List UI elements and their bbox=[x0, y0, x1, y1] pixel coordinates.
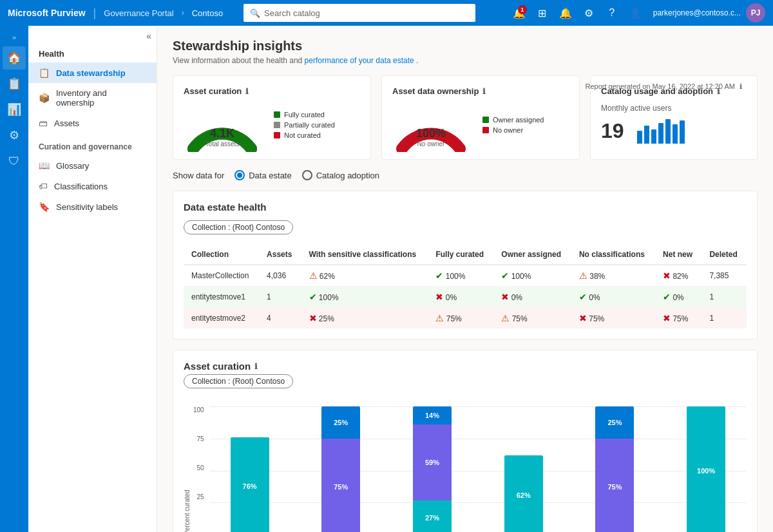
cell-net-new-0: ✖ 82% bbox=[655, 265, 701, 287]
subtitle-text: View information about the health and bbox=[173, 56, 302, 65]
subtitle-end: . bbox=[416, 56, 418, 65]
collection-filter-badge[interactable]: Collection : (Root) Contoso bbox=[184, 220, 293, 234]
alerts-button[interactable]: 🔔 bbox=[555, 3, 576, 23]
sidebar-item-classifications[interactable]: 🏷 Classifications bbox=[28, 176, 157, 196]
sidebar-item-sensitivity[interactable]: 🔖 Sensitivity labels bbox=[28, 196, 157, 217]
sidebar-item-glossary[interactable]: 📖 Glossary bbox=[28, 155, 157, 176]
monthly-active-users-label: Monthly active users bbox=[601, 104, 747, 113]
asset-curation-info-icon[interactable]: ℹ bbox=[245, 87, 249, 96]
sidebar-item-inventory[interactable]: 📦 Inventory and ownership bbox=[28, 83, 157, 113]
y-label-75: 75 bbox=[193, 435, 204, 442]
page-subtitle: View information about the health and pe… bbox=[173, 56, 758, 65]
radio-inner-data-estate bbox=[237, 173, 242, 178]
help-button[interactable]: ? bbox=[602, 3, 622, 23]
rail-icon-policy[interactable]: 🛡 bbox=[3, 149, 26, 173]
ownership-donut-container: 100% No owner Owner assigned No owner bbox=[392, 104, 569, 149]
bar-group-0: 76% bbox=[209, 437, 291, 532]
rail-icon-management[interactable]: ⚙ bbox=[3, 124, 26, 147]
sidebar-collapse-button[interactable]: « bbox=[146, 31, 151, 41]
sidebar-item-classifications-label: Classifications bbox=[54, 182, 108, 191]
legend-dot-not-curated bbox=[274, 132, 280, 138]
bar-segment-4-1: 75% bbox=[595, 439, 634, 532]
asset-ownership-card: Asset data ownership ℹ 100% No owner bbox=[381, 75, 580, 160]
cell-no-class-0: ⚠ 38% bbox=[571, 265, 655, 287]
top-navigation: Microsoft Purview | Governance Portal › … bbox=[0, 0, 773, 26]
cell-net-new-2: ✖ 75% bbox=[655, 308, 701, 329]
bar-segment-3-0: 62% bbox=[504, 455, 543, 532]
mini-bar-6 bbox=[673, 124, 678, 144]
status-icon-bad: ✖ bbox=[501, 292, 509, 302]
legend-owner-assigned-label: Owner assigned bbox=[493, 116, 544, 124]
legend-partially-curated: Partially curated bbox=[274, 121, 335, 129]
report-info-icon: ℹ bbox=[740, 82, 742, 90]
status-icon-warn: ⚠ bbox=[435, 313, 444, 323]
cell-deleted-0: 7,385 bbox=[701, 265, 747, 287]
cell-net-new-1: ✔ 0% bbox=[655, 287, 701, 308]
ownership-legend: Owner assigned No owner bbox=[482, 116, 544, 137]
cell-collection-0: MasterCollection bbox=[184, 265, 259, 287]
status-icon-bad: ✖ bbox=[663, 271, 671, 281]
glossary-icon: 📖 bbox=[39, 160, 50, 171]
mini-bar-1 bbox=[637, 131, 642, 144]
bar-segment-1-1: 75% bbox=[321, 439, 360, 532]
apps-icon: ⊞ bbox=[538, 7, 546, 19]
legend-no-owner-label: No owner bbox=[493, 126, 523, 134]
radio-data-estate[interactable]: Data estate bbox=[234, 170, 292, 180]
search-bar[interactable]: 🔍 Search catalog bbox=[243, 4, 475, 22]
legend-not-curated-label: Not curated bbox=[284, 131, 321, 139]
mau-bar-chart bbox=[637, 118, 685, 144]
user-menu-button[interactable]: 👤 bbox=[625, 3, 645, 23]
ownership-sub-label: No owner bbox=[416, 140, 446, 147]
brand-logo[interactable]: Microsoft Purview bbox=[8, 8, 86, 18]
apps-button[interactable]: ⊞ bbox=[532, 3, 553, 23]
sidebar-item-assets[interactable]: 🗃 Assets bbox=[28, 113, 157, 133]
alert-icon: 🔔 bbox=[559, 7, 572, 19]
sidebar-curation-label: Curation and governance bbox=[28, 133, 157, 155]
cell-deleted-1: 1 bbox=[701, 287, 747, 308]
rail-icon-home[interactable]: 🏠 bbox=[3, 46, 26, 70]
col-header-deleted: Deleted bbox=[701, 245, 747, 265]
cell-assets-2: 4 bbox=[259, 308, 301, 329]
col-header-no-classifications: No classifications bbox=[571, 245, 655, 265]
rail-expand-button[interactable]: » bbox=[10, 31, 19, 44]
chart-collection-filter-badge[interactable]: Collection : (Root) Contoso bbox=[184, 374, 293, 388]
page-title: Stewardship insights bbox=[173, 39, 758, 53]
toggle-label: Show data for bbox=[173, 171, 224, 180]
rail-icon-catalog[interactable]: 📋 bbox=[3, 72, 26, 95]
page-title-area: Stewardship insights View information ab… bbox=[173, 39, 758, 65]
cell-owner-assigned-1: ✖ 0% bbox=[493, 287, 571, 308]
asset-curation-chart-info-icon[interactable]: ℹ bbox=[254, 362, 258, 371]
cell-sensitive-1: ✔ 100% bbox=[301, 287, 428, 308]
subtitle-link[interactable]: performance of your data estate bbox=[305, 56, 414, 65]
cell-fully-curated-0: ✔ 100% bbox=[428, 265, 493, 287]
status-icon-warn: ⚠ bbox=[579, 271, 587, 281]
bar-group-4: 75%25% bbox=[575, 406, 656, 532]
sidebar-collapse-area: « bbox=[28, 26, 157, 41]
data-estate-health-panel: Data estate health Collection : (Root) C… bbox=[173, 191, 758, 339]
bar-segment-5-0: 100% bbox=[687, 406, 725, 532]
sidebar-item-data-stewardship[interactable]: 📋 Data stewardship bbox=[28, 62, 157, 83]
bar-group-5: 100% bbox=[665, 406, 747, 532]
cell-no-class-1: ✔ 0% bbox=[571, 287, 655, 308]
asset-curation-total-label: Total assets bbox=[205, 140, 240, 147]
y-axis-labels: 100 75 50 25 bbox=[193, 406, 209, 532]
col-header-assets: Assets bbox=[259, 245, 301, 265]
settings-button[interactable]: ⚙ bbox=[578, 3, 599, 23]
radio-catalog-adoption[interactable]: Catalog adoption bbox=[302, 170, 379, 180]
nav-icons: 🔔 1 ⊞ 🔔 ⚙ ? 👤 parkerjones@contoso.c... P… bbox=[509, 3, 765, 23]
gear-icon: ⚙ bbox=[584, 7, 593, 19]
user-section[interactable]: parkerjones@contoso.c... PJ bbox=[653, 3, 765, 23]
status-icon-good: ✔ bbox=[435, 271, 443, 281]
user-avatar[interactable]: PJ bbox=[746, 3, 765, 23]
notification-button[interactable]: 🔔 1 bbox=[509, 3, 530, 23]
y-label-25: 25 bbox=[193, 493, 204, 500]
rail-icon-insights[interactable]: 📊 bbox=[3, 98, 26, 121]
cell-sensitive-0: ⚠ 62% bbox=[301, 265, 428, 287]
data-estate-health-table: Collection Assets With sensitive classif… bbox=[184, 245, 747, 328]
donut-label: 4.1K Total assets bbox=[205, 127, 240, 147]
cell-assets-0: 4,036 bbox=[259, 265, 301, 287]
donut-container: 4.1K Total assets Fully curated Partiall… bbox=[184, 104, 360, 149]
asset-ownership-info-icon[interactable]: ℹ bbox=[482, 87, 486, 96]
col-header-sensitive: With sensitive classifications bbox=[301, 245, 428, 265]
table-row: entitytestmove2 4 ✖ 25% ⚠ 75% ⚠ 75% ✖ 75… bbox=[184, 308, 747, 329]
